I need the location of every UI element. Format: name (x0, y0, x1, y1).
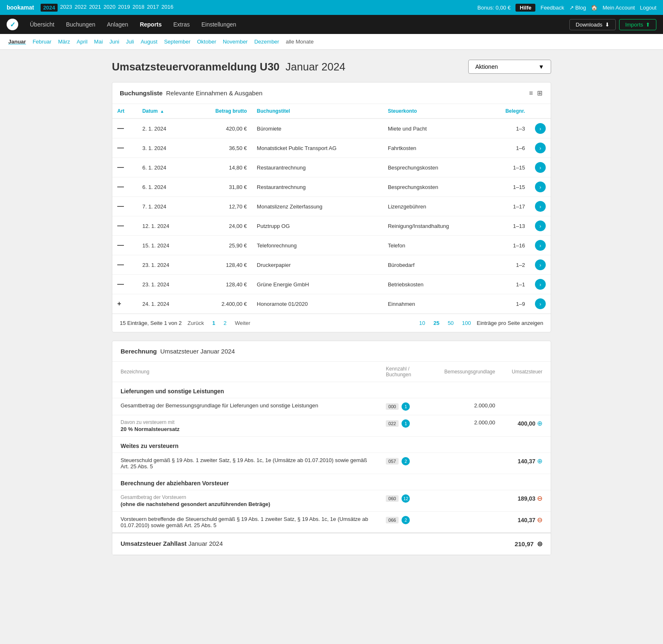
month-marz[interactable]: März (58, 39, 70, 45)
zahllast-row: Umsatzsteuer Zahllast Januar 2024 210,97… (112, 533, 551, 555)
detail-arrow-icon[interactable]: › (535, 123, 546, 134)
month-februar[interactable]: Februar (33, 39, 52, 45)
col-action-empty (530, 104, 551, 119)
detail-arrow-icon[interactable]: › (535, 279, 546, 290)
year-2016[interactable]: 2016 (162, 4, 174, 12)
cell-titel: Druckerpapier (252, 255, 383, 275)
blog-link[interactable]: ↗ Blog (569, 5, 586, 11)
year-2020[interactable]: 2020 (104, 4, 116, 12)
cell-action[interactable]: › (530, 158, 551, 177)
detail-arrow-icon[interactable]: › (535, 298, 546, 309)
month-januar[interactable]: Januar (8, 39, 26, 45)
per-page-50[interactable]: 50 (445, 319, 456, 327)
bonus-display: Bonus: 0,00 € (477, 5, 511, 11)
cell-betrag: 14,80 € (191, 158, 252, 177)
calc-cell-kennzahl: 066 2 (377, 512, 436, 533)
row-label: Steuerschuld gemäß § 19 Abs. 1 zweiter S… (121, 457, 369, 470)
imports-button[interactable]: Imports ⬆ (619, 19, 656, 30)
col-belegnr[interactable]: Belegnr. (487, 104, 530, 119)
list-view-button[interactable]: ≡ (528, 88, 534, 98)
calc-cell-umsatzsteuer: 140,37⊕ (503, 453, 551, 474)
per-page-10[interactable]: 10 (416, 319, 427, 327)
nav-extras[interactable]: Extras (168, 19, 195, 29)
year-2019[interactable]: 2019 (118, 4, 130, 12)
page-1-link[interactable]: 1 (210, 319, 218, 327)
year-2024[interactable]: 2024 (41, 4, 58, 12)
cell-action[interactable]: › (530, 138, 551, 158)
detail-arrow-icon[interactable]: › (535, 201, 546, 212)
month-juli[interactable]: Juli (126, 39, 134, 45)
calc-cell-label: Gesamtbetrag der Vorsteuern (ohne die na… (112, 490, 377, 512)
year-2017[interactable]: 2017 (147, 4, 159, 12)
col-steuerkonto[interactable]: Steuerkonto (383, 104, 487, 119)
month-juni[interactable]: Juni (109, 39, 119, 45)
pagination-info: 15 Einträge, Seite 1 von 2 Zurück 1 2 We… (120, 319, 253, 327)
hilfe-button[interactable]: Hilfe (515, 4, 535, 12)
row-sublabel-pre: Davon zu versteuern mit (121, 419, 369, 425)
back-button[interactable]: Zurück (185, 319, 207, 327)
zahllast-value: 210,97 (515, 540, 534, 547)
nav-buchungen[interactable]: Buchungen (61, 19, 100, 29)
calc-col-umsatzsteuer: Umsatzsteuer (503, 362, 551, 382)
col-art[interactable]: Art (112, 104, 137, 119)
col-betrag[interactable]: Betrag brutto (191, 104, 252, 119)
art-symbol: — (117, 281, 124, 288)
cell-action[interactable]: › (530, 275, 551, 294)
cell-action[interactable]: › (530, 216, 551, 236)
detail-arrow-icon[interactable]: › (535, 182, 546, 192)
table-row: — 15. 1. 2024 25,90 € Telefonrechnung Te… (112, 236, 551, 255)
buchungsliste-header: Buchungsliste Relevante Einnahmen & Ausg… (112, 82, 551, 104)
berechnung-card: Berechnung Umsatzsteuer Januar 2024 Beze… (112, 341, 551, 555)
nav-reports[interactable]: Reports (135, 19, 167, 29)
row-sublabel-pre: Gesamtbetrag der Vorsteuern (121, 494, 369, 500)
aktionen-button[interactable]: Aktionen ▼ (468, 60, 551, 74)
detail-arrow-icon[interactable]: › (535, 259, 546, 270)
cell-beleg: 1–1 (487, 275, 530, 294)
year-2022[interactable]: 2022 (75, 4, 87, 12)
year-2021[interactable]: 2021 (89, 4, 101, 12)
nav-ubersicht[interactable]: Übersicht (25, 19, 59, 29)
cell-steuerkonto: Einnahmen (383, 294, 487, 314)
month-april[interactable]: April (77, 39, 87, 45)
col-buchungstitel[interactable]: Buchungstitel (252, 104, 383, 119)
month-mai[interactable]: Mai (94, 39, 103, 45)
page-2-link[interactable]: 2 (221, 319, 229, 327)
cell-action[interactable]: › (530, 294, 551, 314)
cell-betrag: 2.400,00 € (191, 294, 252, 314)
year-2023[interactable]: 2023 (60, 4, 72, 12)
nav-anlagen[interactable]: Anlagen (102, 19, 133, 29)
downloads-label: Downloads (576, 22, 602, 28)
berechnung-title-bold: Berechnung (121, 348, 157, 355)
detail-arrow-icon[interactable]: › (535, 162, 546, 173)
next-button[interactable]: Weiter (232, 319, 253, 327)
logout-link[interactable]: Logout (640, 5, 656, 11)
table-row: — 6. 1. 2024 31,80 € Restaurantrechnung … (112, 177, 551, 197)
month-all[interactable]: alle Monate (286, 39, 314, 45)
cell-action[interactable]: › (530, 255, 551, 275)
year-2018[interactable]: 2018 (133, 4, 145, 12)
page-title: Umsatzsteuervoranmeldung U30 Januar 2024 (112, 61, 346, 73)
per-page-100[interactable]: 100 (460, 319, 474, 327)
per-page-25[interactable]: 25 (431, 319, 442, 327)
month-november[interactable]: November (223, 39, 248, 45)
cell-action[interactable]: › (530, 177, 551, 197)
count-badge: 1 (402, 402, 410, 411)
detail-arrow-icon[interactable]: › (535, 220, 546, 231)
downloads-button[interactable]: Downloads ⬇ (569, 19, 615, 30)
count-badge: 2 (402, 457, 410, 465)
cell-action[interactable]: › (530, 236, 551, 255)
mein-account-link[interactable]: Mein Account (603, 5, 635, 11)
month-august[interactable]: August (140, 39, 157, 45)
month-oktober[interactable]: Oktober (197, 39, 216, 45)
cell-action[interactable]: › (530, 119, 551, 138)
month-september[interactable]: September (164, 39, 191, 45)
main-content: Umsatzsteuervoranmeldung U30 Januar 2024… (104, 50, 559, 574)
detail-arrow-icon[interactable]: › (535, 143, 546, 153)
detail-arrow-icon[interactable]: › (535, 240, 546, 251)
feedback-link[interactable]: Feedback (540, 5, 564, 11)
col-datum[interactable]: Datum ▲ (137, 104, 191, 119)
cell-action[interactable]: › (530, 197, 551, 216)
nav-einstellungen[interactable]: Einstellungen (196, 19, 241, 29)
grid-view-button[interactable]: ⊞ (536, 88, 543, 98)
month-dezember[interactable]: Dezember (254, 39, 279, 45)
